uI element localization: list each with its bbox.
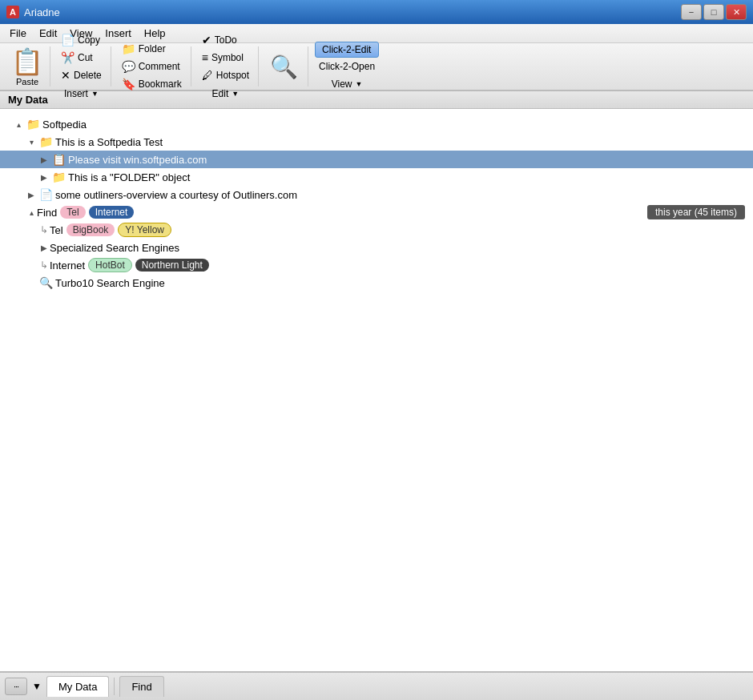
click2open-button[interactable]: Click-2-Open (315, 59, 379, 74)
menu-help[interactable]: Help (138, 26, 172, 41)
tree-item[interactable]: ▴ Find Tel Internet this year (45 items) (0, 203, 753, 221)
title-bar: A Ariadne − □ ✕ (0, 0, 753, 24)
tab-find[interactable]: Find (119, 676, 163, 697)
copy-button[interactable]: 📄 Copy (57, 32, 106, 48)
tree-toggle[interactable]: ▶ (38, 173, 50, 182)
tree-item[interactable]: ▶ 📋 Please visit win.softpedia.com (0, 151, 753, 168)
view-dropdown-button[interactable]: View ▼ (328, 77, 367, 91)
folder-label: Folder (139, 43, 166, 54)
menu-file[interactable]: File (3, 26, 33, 41)
view-section: Click-2-Edit Click-2-Open View ▼ (310, 46, 384, 86)
insert-object-buttons: 📁 Folder 💬 Comment 🔖 Bookmark (118, 41, 186, 92)
edit-dropdown-icon: ▼ (232, 90, 239, 98)
tree-toggle: ↳ (38, 259, 50, 271)
tab-divider (114, 678, 115, 695)
tag-tel[interactable]: Tel (60, 206, 85, 219)
folder-icon: 📁 (52, 171, 66, 183)
click2edit-button[interactable]: Click-2-Edit (315, 42, 379, 58)
copy-label: Copy (78, 34, 100, 46)
edit-buttons: 📄 Copy ✂️ Cut ✕ Delete (57, 32, 106, 83)
tree-toggle[interactable]: ▶ (38, 155, 50, 164)
tree-label: Please visit win.softpedia.com (68, 154, 207, 166)
hotspot-button[interactable]: 🖊 Hotspot (198, 67, 253, 83)
folder-icon: 📁 (39, 135, 53, 148)
comment-icon: 💬 (122, 60, 135, 73)
todo-icon: ✔ (202, 34, 211, 46)
tree-toggle[interactable]: ▶ (38, 243, 50, 252)
tree-label: Internet (50, 259, 85, 272)
tree-item[interactable]: ▴ 📁 Softpedia (0, 115, 753, 133)
view-buttons: Click-2-Edit Click-2-Open (315, 42, 379, 74)
view-label: View (332, 78, 352, 90)
tree-toggle[interactable]: ▶ (26, 191, 37, 199)
delete-icon: ✕ (61, 69, 70, 82)
paste-button[interactable]: 📋 Paste (5, 46, 50, 86)
tree-toggle[interactable]: ▴ (13, 120, 24, 129)
symbol-label: Symbol (211, 52, 244, 63)
tree-item[interactable]: ▶ 📁 This is a "FOLDER" object (0, 168, 753, 186)
tab-bar: ··· ▼ My Data Find (0, 671, 753, 700)
insert-objects-section: 📁 Folder 💬 Comment 🔖 Bookmark (113, 46, 191, 86)
maximize-button[interactable]: □ (703, 4, 724, 20)
tree-label: This is a "FOLDER" object (68, 171, 190, 183)
cut-button[interactable]: ✂️ Cut (57, 50, 106, 66)
tree-toggle[interactable]: ▾ (26, 138, 37, 147)
delete-button[interactable]: ✕ Delete (57, 67, 106, 83)
tree-label: Tel (50, 224, 63, 236)
folder-button[interactable]: 📁 Folder (118, 41, 186, 57)
click2open-label: Click-2-Open (319, 61, 375, 72)
paste-icon: 📋 (11, 46, 43, 77)
tree-item[interactable]: 🔍 Turbo10 Search Engine (0, 274, 753, 292)
tree: ▴ 📁 Softpedia ▾ 📁 This is a Softpedia Te… (0, 112, 753, 295)
tab-arrow-button[interactable]: ▼ (30, 678, 43, 695)
comment-label: Comment (139, 61, 180, 72)
section-header: My Data (0, 91, 753, 109)
todo-section: ✔ ToDo ≡ Symbol 🖊 Hotspot Edit ▼ (193, 46, 259, 86)
tree-label: some outliners-overview a courtesy of Ou… (55, 189, 297, 201)
comment-button[interactable]: 💬 Comment (118, 58, 186, 74)
tag-internet[interactable]: Internet (89, 206, 135, 219)
edit-section: 📄 Copy ✂️ Cut ✕ Delete Insert ▼ (52, 46, 111, 86)
search-icon: 🔍 (39, 276, 53, 289)
tree-item[interactable]: ▶ 📄 some outliners-overview a courtesy o… (0, 186, 753, 203)
search-icon: 🔍 (270, 54, 298, 80)
tab-mydata[interactable]: My Data (46, 676, 109, 697)
symbol-icon: ≡ (202, 51, 208, 64)
search-section: 🔍 (260, 46, 308, 86)
tab-dots-button[interactable]: ··· (5, 678, 27, 695)
insert-label: Insert (64, 88, 88, 99)
tree-label: This is a Softpedia Test (55, 136, 163, 148)
todo-buttons: ✔ ToDo ≡ Symbol 🖊 Hotspot (198, 32, 253, 83)
tag-yyellow[interactable]: Y! Yellow (118, 223, 171, 237)
tree-item[interactable]: ▾ 📁 This is a Softpedia Test (0, 133, 753, 151)
edit-dropdown-button[interactable]: Edit ▼ (208, 86, 244, 101)
todo-label: ToDo (215, 34, 237, 46)
tree-item[interactable]: ↳ Tel BigBook Y! Yellow (0, 221, 753, 239)
tree-item[interactable]: ▶ Specialized Search Engines (0, 239, 753, 256)
title-bar-left: A Ariadne (6, 6, 60, 18)
hotspot-icon: 🖊 (202, 69, 213, 82)
folder-icon: 📁 (122, 42, 135, 55)
tag-bigbook[interactable]: BigBook (66, 223, 115, 236)
app-title: Ariadne (24, 6, 60, 18)
bookmark-button[interactable]: 🔖 Bookmark (118, 76, 186, 92)
document-icon: 📄 (39, 188, 53, 201)
insert-button[interactable]: Insert ▼ (60, 86, 103, 101)
tree-label: Softpedia (42, 119, 87, 131)
folder-icon: 📁 (26, 118, 40, 131)
search-button[interactable]: 🔍 (265, 51, 303, 82)
copy-icon: 📄 (61, 34, 74, 46)
toolbar: 📋 Paste 📄 Copy ✂️ Cut ✕ Delete Insert ▼ (0, 43, 753, 91)
tree-item[interactable]: ↳ Internet HotBot Northern Light (0, 256, 753, 274)
symbol-button[interactable]: ≡ Symbol (198, 50, 253, 66)
todo-button[interactable]: ✔ ToDo (198, 32, 253, 48)
tag-hotbot[interactable]: HotBot (88, 258, 132, 272)
minimize-button[interactable]: − (681, 4, 702, 20)
bookmark-icon: 🔖 (122, 78, 135, 91)
close-button[interactable]: ✕ (726, 4, 747, 20)
cut-label: Cut (78, 52, 93, 63)
tree-toggle[interactable]: ▴ (26, 208, 37, 217)
bookmark-label: Bookmark (139, 78, 182, 90)
tree-label: Specialized Search Engines (50, 242, 179, 254)
tag-northern-light[interactable]: Northern Light (135, 259, 209, 272)
